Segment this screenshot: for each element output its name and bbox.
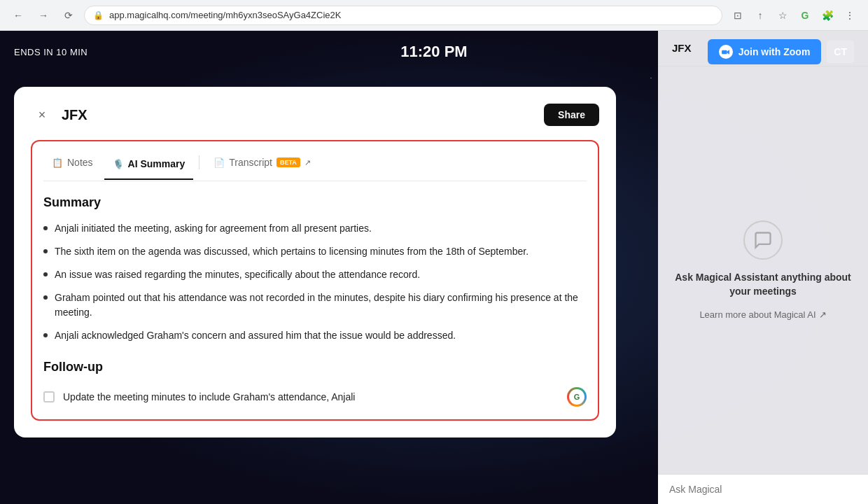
share-button[interactable]: ↑: [750, 6, 770, 25]
external-link-icon: ↗: [304, 158, 311, 167]
right-panel-footer: [658, 474, 868, 504]
right-panel-body: Ask Magical Assistant anything about you…: [658, 66, 868, 474]
tab-transcript[interactable]: 📄 Transcript BETA ↗: [205, 153, 319, 172]
back-button[interactable]: ←: [8, 6, 28, 25]
ai-summary-icon: 🎙️: [113, 159, 124, 169]
bullet-dot: [43, 295, 48, 300]
transcript-icon: 📄: [214, 158, 225, 168]
list-item: Anjali acknowledged Graham's concern and…: [43, 328, 587, 343]
tab-divider: [199, 155, 200, 169]
tabs-bar: 📋 Notes 🎙️ AI Summary 📄 Transcript BETA …: [43, 153, 587, 181]
join-zoom-button[interactable]: Join with Zoom: [708, 39, 822, 64]
modal-header: × JFX Share: [31, 104, 599, 126]
refresh-button[interactable]: ⟳: [59, 6, 78, 25]
bullet-dot: [43, 226, 48, 230]
external-link-icon: ↗: [819, 309, 827, 320]
tabs-container: 📋 Notes 🎙️ AI Summary 📄 Transcript BETA …: [31, 140, 599, 421]
summary-title: Summary: [43, 195, 587, 210]
followup-section: Follow-up Update the meeting minutes to …: [43, 360, 587, 408]
left-panel: × JFX Share 📋 Notes 🎙️ AI Summary: [0, 73, 630, 504]
summary-section: Summary Anjali initiated the meeting, as…: [43, 195, 587, 343]
grammarly-inner: G: [569, 389, 584, 405]
join-zoom-label: Join with Zoom: [738, 46, 811, 57]
lock-icon: 🔒: [93, 10, 104, 20]
bullet-text-1: Anjali initiated the meeting, asking for…: [55, 221, 372, 236]
bullet-dot: [43, 272, 48, 276]
share-button[interactable]: Share: [544, 104, 599, 126]
svg-rect-0: [722, 50, 727, 53]
bullet-text-4: Graham pointed out that his attendance w…: [55, 290, 587, 320]
modal-close-button[interactable]: ×: [31, 104, 53, 126]
time-display: 11:20 PM: [400, 43, 467, 61]
tab-notes-label: Notes: [67, 157, 93, 168]
url-text: app.magicalhq.com/meeting/mh6yxn3seoSAyG…: [109, 10, 341, 20]
screenshot-button[interactable]: ⊡: [728, 6, 748, 25]
grammarly-icon: G: [567, 387, 587, 407]
modal-card: × JFX Share 📋 Notes 🎙️ AI Summary: [14, 87, 616, 438]
zoom-icon: [719, 45, 733, 59]
followup-text: Update the meeting minutes to include Gr…: [63, 391, 587, 402]
chat-bubble-icon: [743, 220, 783, 260]
tab-ai-summary[interactable]: 🎙️ AI Summary: [104, 154, 194, 180]
tab-notes[interactable]: 📋 Notes: [43, 153, 102, 172]
extensions-button[interactable]: 🧩: [818, 6, 837, 25]
top-bar: ENDS IN 10 MIN 11:20 PM Join with Zoom C…: [0, 31, 868, 73]
followup-title: Follow-up: [43, 360, 587, 374]
ask-magical-input[interactable]: [669, 484, 857, 495]
address-bar[interactable]: 🔒 app.magicalhq.com/meeting/mh6yxn3seoSA…: [84, 6, 722, 25]
bullet-dot: [43, 333, 48, 337]
modal-title: JFX: [62, 107, 544, 123]
list-item: The sixth item on the agenda was discuss…: [43, 244, 587, 259]
summary-bullet-list: Anjali initiated the meeting, asking for…: [43, 221, 587, 343]
assistant-text: Ask Magical Assistant anything about you…: [672, 271, 854, 298]
app-area: ENDS IN 10 MIN 11:20 PM Join with Zoom C…: [0, 31, 868, 504]
bullet-dot: [43, 249, 48, 253]
learn-more-text: Learn more about Magical AI: [699, 309, 816, 320]
top-bar-right: Join with Zoom CT: [708, 39, 854, 64]
bullet-text-5: Anjali acknowledged Graham's concern and…: [55, 328, 456, 343]
followup-item: Update the meeting minutes to include Gr…: [43, 386, 587, 408]
notes-icon: 📋: [52, 158, 63, 168]
tab-ai-summary-label: AI Summary: [128, 158, 186, 169]
list-item: An issue was raised regarding the minute…: [43, 267, 587, 282]
list-item: Graham pointed out that his attendance w…: [43, 290, 587, 320]
grammarly-ext-button[interactable]: G: [795, 6, 815, 25]
beta-badge: BETA: [276, 158, 300, 167]
bullet-text-3: An issue was raised regarding the minute…: [55, 267, 420, 282]
right-panel: JFX Ask Magical Assistant anything about…: [658, 31, 868, 504]
browser-actions: ⊡ ↑ ☆ G 🧩 ⋮: [728, 6, 860, 25]
menu-button[interactable]: ⋮: [840, 6, 860, 25]
tab-transcript-label: Transcript: [229, 157, 272, 168]
learn-more-link[interactable]: Learn more about Magical AI ↗: [699, 309, 826, 320]
followup-checkbox[interactable]: [43, 391, 55, 402]
bookmark-button[interactable]: ☆: [773, 6, 792, 25]
ct-badge: CT: [827, 41, 854, 63]
ends-label: ENDS IN 10 MIN: [14, 47, 88, 57]
bullet-text-2: The sixth item on the agenda was discuss…: [55, 244, 528, 259]
forward-button[interactable]: →: [34, 6, 53, 25]
list-item: Anjali initiated the meeting, asking for…: [43, 221, 587, 236]
browser-chrome: ← → ⟳ 🔒 app.magicalhq.com/meeting/mh6yxn…: [0, 0, 868, 31]
